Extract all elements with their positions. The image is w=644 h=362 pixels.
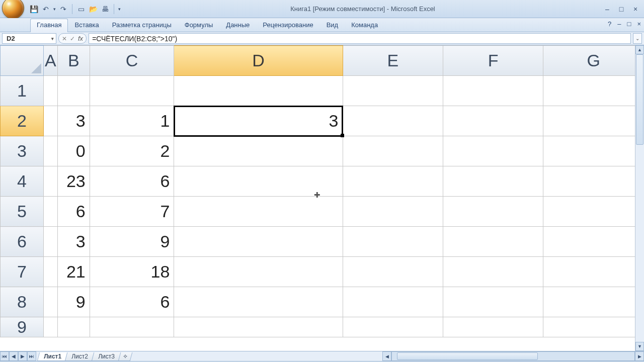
cell-g6[interactable] xyxy=(543,227,644,257)
expand-formula-bar-icon[interactable]: ⌄ xyxy=(633,33,642,44)
cell-g3[interactable] xyxy=(543,136,644,166)
cell-b9[interactable] xyxy=(57,317,90,337)
confirm-formula-icon[interactable]: ✓ xyxy=(70,35,75,42)
name-box[interactable]: D2 ▾ xyxy=(2,33,56,44)
cell-f3[interactable] xyxy=(443,136,543,166)
cell-g4[interactable] xyxy=(543,166,644,197)
workbook-restore-button[interactable]: □ xyxy=(624,18,634,32)
cell-b7[interactable]: 21 xyxy=(57,257,90,287)
column-header-b[interactable]: B xyxy=(57,46,90,76)
redo-icon[interactable]: ↷ xyxy=(59,5,68,14)
tab-review[interactable]: Рецензирование xyxy=(256,19,319,32)
scroll-left-button[interactable]: ◀ xyxy=(382,351,391,361)
vscroll-thumb[interactable] xyxy=(636,54,643,145)
cell-d2[interactable]: 3 xyxy=(174,106,343,136)
cell-b1[interactable] xyxy=(57,76,90,106)
cell-f9[interactable] xyxy=(443,317,543,337)
cell-b6[interactable]: 3 xyxy=(57,227,90,257)
cell-e6[interactable] xyxy=(343,227,443,257)
undo-icon[interactable]: ↶ xyxy=(41,5,50,14)
cell-d6[interactable] xyxy=(174,227,343,257)
cell-g7[interactable] xyxy=(543,257,644,287)
row-header-9[interactable]: 9 xyxy=(1,317,44,337)
cell-f8[interactable] xyxy=(443,287,543,317)
row-header-2[interactable]: 2 xyxy=(1,106,44,136)
formula-input[interactable] xyxy=(89,33,631,44)
cell-b5[interactable]: 6 xyxy=(57,197,90,227)
row-header-7[interactable]: 7 xyxy=(1,257,44,287)
tab-page-layout[interactable]: Разметка страницы xyxy=(106,19,178,32)
cell-d5[interactable] xyxy=(174,197,343,227)
cell-a1[interactable] xyxy=(43,76,57,106)
cancel-formula-icon[interactable]: ✕ xyxy=(62,35,67,42)
first-sheet-button[interactable]: ⏮ xyxy=(0,351,9,361)
undo-dropdown-icon[interactable]: ▾ xyxy=(53,7,56,12)
workbook-close-button[interactable]: × xyxy=(634,18,644,32)
cell-g2[interactable] xyxy=(543,106,644,136)
column-header-c[interactable]: C xyxy=(90,46,174,76)
cell-d8[interactable] xyxy=(174,287,343,317)
qat-customize-icon[interactable]: ▾ xyxy=(118,7,121,12)
cell-c5[interactable]: 7 xyxy=(90,197,174,227)
cell-c3[interactable]: 2 xyxy=(90,136,174,166)
cell-d3[interactable] xyxy=(174,136,343,166)
cell-a8[interactable] xyxy=(43,287,57,317)
cell-a3[interactable] xyxy=(43,136,57,166)
cell-b2[interactable]: 3 xyxy=(57,106,90,136)
cell-f6[interactable] xyxy=(443,227,543,257)
row-header-4[interactable]: 4 xyxy=(1,166,44,197)
cell-a5[interactable] xyxy=(43,197,57,227)
vertical-scrollbar[interactable]: ▲ ▼ xyxy=(635,45,644,351)
column-header-d[interactable]: D xyxy=(174,46,343,76)
row-header-6[interactable]: 6 xyxy=(1,227,44,257)
scroll-right-button[interactable]: ▶ xyxy=(635,351,644,361)
cell-d1[interactable] xyxy=(174,76,343,106)
cell-f4[interactable] xyxy=(443,166,543,197)
row-header-3[interactable]: 3 xyxy=(1,136,44,166)
cell-a4[interactable] xyxy=(43,166,57,197)
cell-g5[interactable] xyxy=(543,197,644,227)
prev-sheet-button[interactable]: ◀ xyxy=(9,351,18,361)
quick-print-icon[interactable]: 🖶 xyxy=(101,5,110,14)
cell-f7[interactable] xyxy=(443,257,543,287)
sheet-tab-1[interactable]: Лист1 xyxy=(37,352,68,361)
cell-a6[interactable] xyxy=(43,227,57,257)
vscroll-track[interactable] xyxy=(635,54,644,342)
cell-c8[interactable]: 6 xyxy=(90,287,174,317)
insert-sheet-button[interactable]: ✧ xyxy=(118,352,132,361)
tab-team[interactable]: Команда xyxy=(345,19,384,32)
cell-f1[interactable] xyxy=(443,76,543,106)
row-header-8[interactable]: 8 xyxy=(1,287,44,317)
horizontal-scrollbar[interactable]: ◀ ▶ xyxy=(382,351,644,361)
cell-b3[interactable]: 0 xyxy=(57,136,90,166)
last-sheet-button[interactable]: ⏭ xyxy=(27,351,36,361)
cell-e2[interactable] xyxy=(343,106,443,136)
name-box-dropdown-icon[interactable]: ▾ xyxy=(51,36,54,41)
cell-e1[interactable] xyxy=(343,76,443,106)
tab-insert[interactable]: Вставка xyxy=(68,19,105,32)
cell-c4[interactable]: 6 xyxy=(90,166,174,197)
sheet-tab-2[interactable]: Лист2 xyxy=(65,352,95,361)
help-icon[interactable]: ? xyxy=(605,18,614,32)
select-all-corner[interactable] xyxy=(1,46,44,76)
column-header-a[interactable]: A xyxy=(43,46,57,76)
tab-view[interactable]: Вид xyxy=(320,19,345,32)
scroll-up-button[interactable]: ▲ xyxy=(635,45,644,54)
cell-c6[interactable]: 9 xyxy=(90,227,174,257)
insert-function-icon[interactable]: fx xyxy=(78,35,83,42)
cell-c9[interactable] xyxy=(90,317,174,337)
minimize-button[interactable]: – xyxy=(603,5,612,14)
tab-home[interactable]: Главная xyxy=(30,19,68,32)
cell-e3[interactable] xyxy=(343,136,443,166)
row-header-5[interactable]: 5 xyxy=(1,197,44,227)
cell-f5[interactable] xyxy=(443,197,543,227)
cell-g8[interactable] xyxy=(543,287,644,317)
maximize-button[interactable]: □ xyxy=(617,5,626,14)
scroll-down-button[interactable]: ▼ xyxy=(635,342,644,351)
cell-a9[interactable] xyxy=(43,317,57,337)
column-header-f[interactable]: F xyxy=(443,46,543,76)
grid[interactable]: A B C D E F G 1 2 3 1 3 xyxy=(0,45,644,337)
cell-d4[interactable] xyxy=(174,166,343,197)
cell-e8[interactable] xyxy=(343,287,443,317)
cell-b4[interactable]: 23 xyxy=(57,166,90,197)
